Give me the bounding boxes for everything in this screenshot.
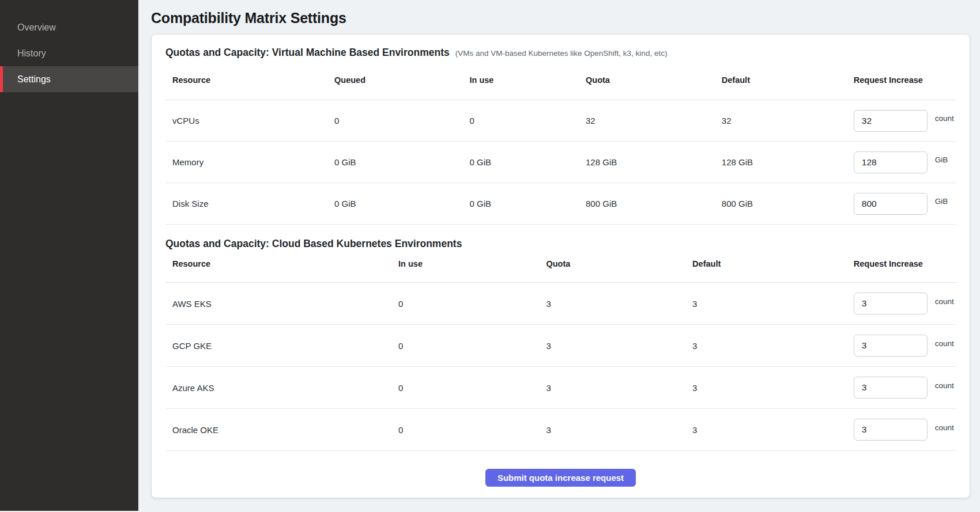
column-header-resource: Resource (165, 59, 327, 100)
column-header-quota: Quota (579, 59, 715, 100)
request-increase-cell: count (847, 283, 956, 325)
queued-value: 0 GiB (327, 183, 462, 225)
sidebar-item-settings[interactable]: Settings (0, 66, 138, 92)
button-row: Submit quota increase request (165, 451, 956, 490)
unit-label: GiB (935, 197, 948, 206)
unit-label: count (935, 114, 954, 123)
resource-name: GCP GKE (165, 325, 391, 367)
table-row: vCPUs003232count (165, 100, 956, 142)
unit-label: GiB (935, 156, 948, 164)
quota-value: 3 (539, 409, 685, 451)
settings-card: Quotas and Capacity: Virtual Machine Bas… (151, 34, 970, 498)
column-header-default: Default (685, 250, 847, 283)
queued-value: 0 (327, 100, 462, 142)
quota-value: 3 (539, 283, 685, 325)
resource-name: vCPUs (165, 100, 327, 142)
in-use-value: 0 GiB (462, 142, 579, 183)
default-value: 3 (685, 409, 847, 451)
in-use-value: 0 (391, 325, 539, 367)
request-increase-cell: count (847, 409, 956, 451)
table-row: Azure AKS033count (165, 367, 956, 409)
in-use-value: 0 (462, 100, 579, 142)
quota-value: 32 (579, 100, 715, 142)
request-increase-input[interactable] (854, 335, 928, 356)
request-increase-cell: count (847, 367, 956, 409)
column-header-quota: Quota (539, 250, 685, 283)
request-increase-input[interactable] (854, 110, 928, 132)
request-increase-cell: GiB (847, 142, 956, 183)
sidebar-item-history[interactable]: History (0, 40, 138, 66)
column-header-queued: Queued (327, 59, 462, 100)
quota-value: 128 GiB (579, 142, 715, 183)
table-row: GCP GKE033count (165, 325, 956, 367)
default-value: 3 (685, 325, 847, 367)
column-header-resource: Resource (165, 250, 391, 283)
resource-name: Azure AKS (165, 367, 391, 409)
request-increase-input[interactable] (854, 193, 928, 215)
quota-value: 3 (539, 367, 685, 409)
quota-value: 800 GiB (579, 183, 715, 225)
sidebar-item-overview[interactable]: Overview (0, 14, 138, 40)
vm-section-title: Quotas and Capacity: Virtual Machine Bas… (165, 47, 450, 59)
request-increase-input[interactable] (854, 377, 928, 399)
resource-name: Memory (165, 142, 327, 183)
default-value: 800 GiB (715, 183, 847, 225)
submit-quota-increase-button[interactable]: Submit quota increase request (485, 469, 636, 487)
unit-label: count (935, 339, 954, 348)
default-value: 3 (685, 283, 847, 325)
vm-quota-table: ResourceQueuedIn useQuotaDefaultRequest … (165, 59, 956, 225)
default-value: 32 (715, 100, 847, 142)
resource-name: AWS EKS (165, 283, 391, 325)
table-row: Oracle OKE033count (165, 409, 956, 451)
main-content: Compatibility Matrix Settings Quotas and… (138, 0, 980, 512)
default-value: 128 GiB (715, 142, 847, 183)
in-use-value: 0 (391, 409, 539, 451)
quota-value: 3 (539, 325, 685, 367)
request-increase-input[interactable] (854, 151, 928, 173)
column-header-request-increase: Request Increase (847, 59, 956, 100)
request-increase-input[interactable] (854, 293, 928, 314)
cloud-section-header: Quotas and Capacity: Cloud Based Kuberne… (165, 238, 956, 250)
table-row: AWS EKS033count (165, 283, 956, 325)
table-row: Disk Size0 GiB0 GiB800 GiB800 GiBGiB (165, 183, 956, 225)
vm-section-header: Quotas and Capacity: Virtual Machine Bas… (165, 47, 956, 59)
unit-label: count (935, 381, 954, 390)
cloud-section-title: Quotas and Capacity: Cloud Based Kuberne… (165, 238, 462, 250)
queued-value: 0 GiB (327, 142, 462, 183)
resource-name: Oracle OKE (165, 409, 391, 451)
cloud-quota-table: ResourceIn useQuotaDefaultRequest Increa… (165, 250, 956, 451)
table-row: Memory0 GiB0 GiB128 GiB128 GiBGiB (165, 142, 956, 183)
in-use-value: 0 GiB (462, 183, 579, 225)
request-increase-cell: count (847, 100, 956, 142)
resource-name: Disk Size (165, 183, 327, 225)
page-title: Compatibility Matrix Settings (151, 10, 980, 26)
column-header-request-increase: Request Increase (847, 250, 956, 283)
request-increase-cell: GiB (847, 183, 956, 225)
default-value: 3 (685, 367, 847, 409)
request-increase-input[interactable] (854, 419, 928, 441)
sidebar: OverviewHistorySettings (0, 0, 138, 511)
unit-label: count (935, 297, 954, 306)
vm-section-subtitle: (VMs and VM-based Kubernetes like OpenSh… (455, 49, 668, 58)
column-header-default: Default (715, 59, 847, 100)
request-increase-cell: count (847, 325, 956, 367)
column-header-in-use: In use (462, 59, 579, 100)
unit-label: count (935, 423, 954, 432)
in-use-value: 0 (391, 283, 539, 325)
in-use-value: 0 (391, 367, 539, 409)
column-header-in-use: In use (391, 250, 539, 283)
